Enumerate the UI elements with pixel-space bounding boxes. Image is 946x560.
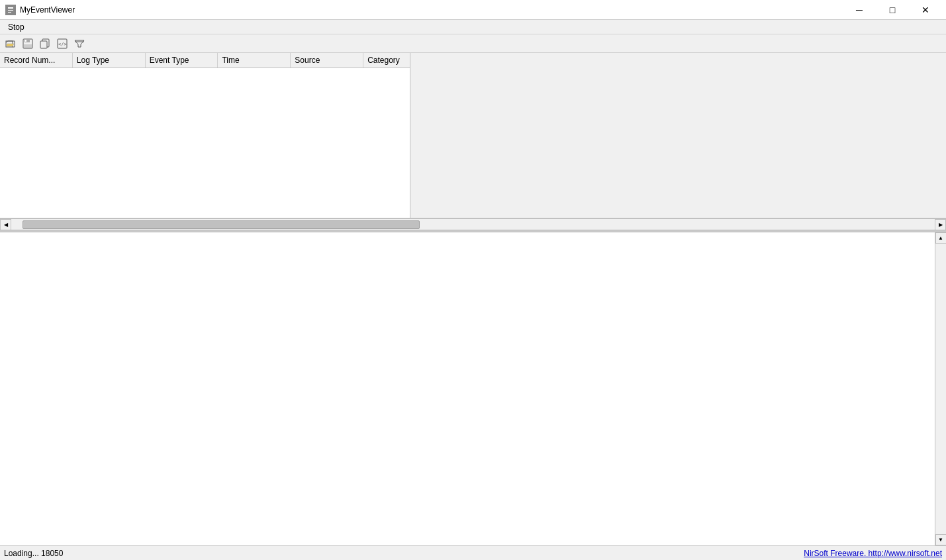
horizontal-scrollbar[interactable]: ◀ ▶ <box>0 218 946 230</box>
app-title: MyEventViewer <box>20 5 75 15</box>
vscroll-down-arrow: ▼ <box>938 537 943 543</box>
lower-panel <box>0 232 935 545</box>
svg-text:</>: </> <box>58 42 67 47</box>
hscroll-left-arrow: ◀ <box>4 222 8 228</box>
title-bar-left: MyEventViewer <box>5 5 75 15</box>
vertical-scrollbar[interactable]: ▲ ▼ <box>935 232 946 545</box>
hscroll-track[interactable] <box>11 219 935 230</box>
lower-panel-wrapper: ▲ ▼ <box>0 232 946 545</box>
vscroll-track[interactable] <box>935 244 946 534</box>
table-header: Record Num... Log Type Event Type Time S… <box>0 53 410 68</box>
vscroll-up-button[interactable]: ▲ <box>935 232 947 244</box>
title-bar-controls: ─ □ ✕ <box>844 0 941 20</box>
svg-rect-8 <box>24 44 32 48</box>
toolbar: </> <box>0 34 946 53</box>
main-area: Record Num... Log Type Event Type Time S… <box>0 53 946 545</box>
svg-rect-2 <box>8 10 13 11</box>
menu-item-stop[interactable]: Stop <box>3 21 30 33</box>
source-col-header: Source <box>291 53 363 68</box>
log-type-col-header: Log Type <box>73 53 146 68</box>
save-icon <box>23 38 33 49</box>
open-icon <box>5 38 16 49</box>
svg-rect-10 <box>40 41 47 48</box>
table-body[interactable] <box>0 68 410 218</box>
svg-rect-3 <box>8 12 11 13</box>
save-button[interactable] <box>20 36 36 51</box>
open-button[interactable] <box>3 36 19 51</box>
maximize-button[interactable]: □ <box>877 0 908 20</box>
svg-rect-1 <box>8 7 13 9</box>
category-col-header: Category <box>363 53 410 68</box>
table-container: Record Num... Log Type Event Type Time S… <box>0 53 410 218</box>
svg-rect-7 <box>25 40 26 42</box>
hscroll-thumb[interactable] <box>23 220 420 229</box>
filter-button[interactable] <box>71 36 87 51</box>
hscroll-right-arrow: ▶ <box>939 222 943 228</box>
record-num-col-header: Record Num... <box>0 53 73 68</box>
upper-panel: Record Num... Log Type Event Type Time S… <box>0 53 946 218</box>
filter-icon <box>74 38 85 49</box>
nirsoft-link[interactable]: NirSoft Freeware. http://www.nirsoft.net <box>804 549 942 558</box>
html-button[interactable]: </> <box>54 36 70 51</box>
copy-icon <box>40 38 50 49</box>
title-bar: MyEventViewer ─ □ ✕ <box>0 0 946 20</box>
vscroll-down-button[interactable]: ▼ <box>935 534 947 545</box>
copy-button[interactable] <box>37 36 53 51</box>
close-button[interactable]: ✕ <box>910 0 941 20</box>
time-col-header: Time <box>218 53 291 68</box>
vscroll-up-arrow: ▲ <box>938 235 943 241</box>
app-icon <box>5 5 16 15</box>
detail-view[interactable] <box>0 232 935 545</box>
status-loading-text: Loading... 18050 <box>4 549 804 558</box>
hscroll-left-button[interactable]: ◀ <box>0 219 11 230</box>
event-type-col-header: Event Type <box>146 53 218 68</box>
status-bar: Loading... 18050 NirSoft Freeware. http:… <box>0 545 946 560</box>
hscroll-right-button[interactable]: ▶ <box>935 219 946 230</box>
menu-bar: Stop <box>0 20 946 34</box>
html-icon: </> <box>57 38 68 49</box>
minimize-button[interactable]: ─ <box>844 0 875 20</box>
